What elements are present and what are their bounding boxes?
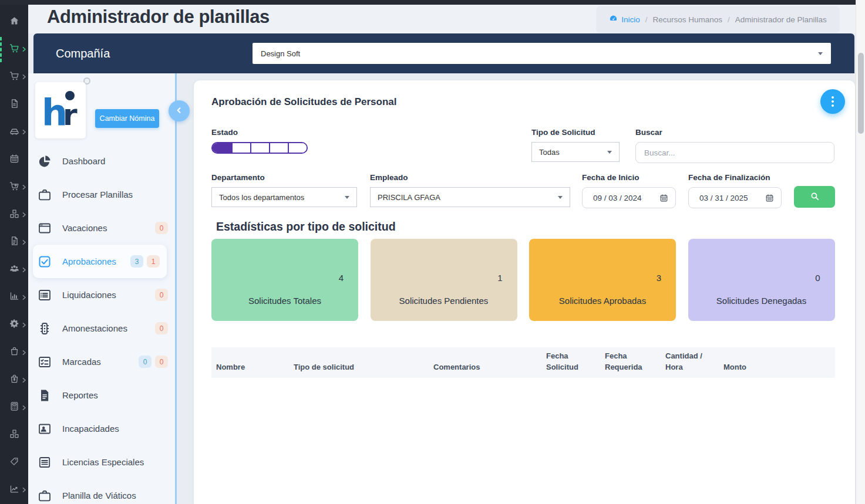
rail-item[interactable] <box>0 366 28 394</box>
icon-rail <box>0 0 28 504</box>
estado-option[interactable] <box>213 143 231 153</box>
menu-badge: 0 <box>139 356 152 368</box>
sidebar-divider <box>175 73 177 504</box>
tipo-solicitud-value: Todas <box>539 148 560 157</box>
rail-item[interactable] <box>0 91 28 119</box>
chart-pie-icon <box>38 154 52 168</box>
ellipsis-vertical-icon <box>832 96 834 99</box>
rail-item[interactable] <box>0 283 28 311</box>
home-icon <box>9 16 19 28</box>
vertical-scrollbar[interactable] <box>856 0 865 504</box>
user-list-icon <box>709 260 729 280</box>
breadcrumb-item-rrhh[interactable]: Recursos Humanos <box>652 15 722 24</box>
chevron-right-icon <box>21 292 27 303</box>
panel-title: Aprobación de Solicitudes de Personal <box>211 96 397 108</box>
chevron-left-icon <box>175 106 183 116</box>
rail-item[interactable] <box>0 8 28 36</box>
sidebar-menu-item[interactable]: Aprobaciones 31 <box>33 245 167 278</box>
fecha-inicio-input[interactable]: 09 / 03 / 2024 <box>582 187 676 208</box>
stat-value: 3 <box>657 273 661 283</box>
sidebar-menu-item[interactable]: Liquidaciones 0 <box>28 278 175 312</box>
sidebar-menu-item[interactable]: Licencias Especiales <box>28 445 175 479</box>
rail-item[interactable] <box>0 229 28 256</box>
chevron-right-icon <box>21 127 27 137</box>
table-column-header: Comentarios <box>429 347 541 378</box>
breadcrumb-home-link[interactable]: Inicio <box>609 14 640 25</box>
rail-item[interactable] <box>0 201 28 229</box>
vault-bag-icon <box>9 374 19 386</box>
rail-item[interactable] <box>0 174 28 201</box>
search-input[interactable] <box>635 142 834 163</box>
rail-item[interactable] <box>0 256 28 283</box>
menu-badge: 0 <box>155 289 168 301</box>
breadcrumb-separator: / <box>728 15 730 24</box>
rail-item[interactable] <box>0 394 28 421</box>
search-button[interactable] <box>794 186 835 208</box>
briefcase-icon <box>38 489 52 503</box>
departamento-select[interactable]: Todos los departamentos <box>211 187 357 207</box>
fecha-fin-label: Fecha de Finalización <box>688 173 770 182</box>
sidebar: h r Cambiar Nómina Dashboard Procesar Pl… <box>28 73 175 504</box>
calendar-icon <box>765 194 774 202</box>
sidebar-menu: Dashboard Procesar Planillas Vacaciones … <box>28 144 175 504</box>
rail-item[interactable] <box>0 476 28 504</box>
company-select[interactable]: Design Soft <box>253 43 831 64</box>
estado-segmented-control <box>211 142 308 154</box>
stat-card: 3 Solicitudes Aprobadas <box>529 239 676 321</box>
rail-item[interactable] <box>0 119 28 146</box>
chevron-right-icon <box>21 265 27 275</box>
cart-icon <box>9 43 19 56</box>
chevron-right-icon <box>21 402 27 413</box>
estado-option[interactable] <box>269 143 288 153</box>
stat-value: 4 <box>339 273 344 283</box>
chevron-right-icon <box>21 182 27 192</box>
sidebar-collapse-button[interactable] <box>169 100 190 121</box>
calendar-icon <box>659 194 668 202</box>
sidebar-menu-item[interactable]: Marcadas 00 <box>28 345 175 378</box>
list-alt-icon <box>38 288 52 302</box>
rail-item[interactable] <box>0 311 28 339</box>
caret-down-icon <box>818 52 823 55</box>
chevron-right-icon <box>21 72 27 82</box>
rail-item[interactable] <box>0 421 28 449</box>
caret-down-icon <box>345 196 349 199</box>
sidebar-menu-item[interactable]: Vacaciones 0 <box>28 211 175 245</box>
cubes-icon <box>9 429 19 441</box>
tipo-solicitud-select[interactable]: Todas <box>531 142 620 162</box>
rail-item[interactable] <box>0 36 28 63</box>
rail-item[interactable] <box>0 146 28 174</box>
svg-text:r: r <box>63 98 78 132</box>
scrollbar-thumb[interactable] <box>858 53 864 134</box>
sidebar-menu-item[interactable]: Dashboard <box>28 144 175 178</box>
rail-item[interactable] <box>0 339 28 366</box>
sidebar-menu-item[interactable]: Amonestaciones 0 <box>28 312 175 345</box>
panel-actions-button[interactable] <box>820 89 845 114</box>
sidebar-menu-item[interactable]: Reportes <box>28 378 175 412</box>
calculator-icon <box>9 401 19 414</box>
chart-bar-icon <box>9 291 19 303</box>
stat-label: Solicitudes Aprobadas <box>529 296 676 306</box>
sidebar-menu-item[interactable]: Incapacidades <box>28 412 175 445</box>
sidebar-menu-item[interactable]: Procesar Planillas <box>28 178 175 211</box>
hr-logo: h r <box>42 89 79 132</box>
traffic-light-icon <box>38 322 52 336</box>
estado-option[interactable] <box>231 143 250 153</box>
cart-icon <box>9 71 19 83</box>
empleado-value: PRISCILA GFAGA <box>378 193 440 202</box>
chevron-right-icon <box>21 375 27 385</box>
change-payroll-button[interactable]: Cambiar Nómina <box>95 109 159 128</box>
estado-option[interactable] <box>250 143 269 153</box>
rail-item[interactable] <box>0 63 28 91</box>
rail-item[interactable] <box>0 449 28 476</box>
file-solid-icon <box>38 388 52 402</box>
sidebar-menu-item[interactable]: Planilla de Viáticos <box>28 479 175 504</box>
stat-value: 1 <box>497 273 502 283</box>
chevron-right-icon <box>21 485 27 495</box>
fecha-fin-input[interactable]: 03 / 31 / 2025 <box>688 187 782 208</box>
empleado-select[interactable]: PRISCILA GFAGA <box>370 187 570 207</box>
stat-value: 0 <box>815 273 820 283</box>
tag-icon <box>9 456 19 469</box>
requests-table: NombreTipo de solicitudComentariosFechaS… <box>211 347 835 378</box>
estado-option[interactable] <box>288 143 307 153</box>
file-icon <box>9 99 19 111</box>
